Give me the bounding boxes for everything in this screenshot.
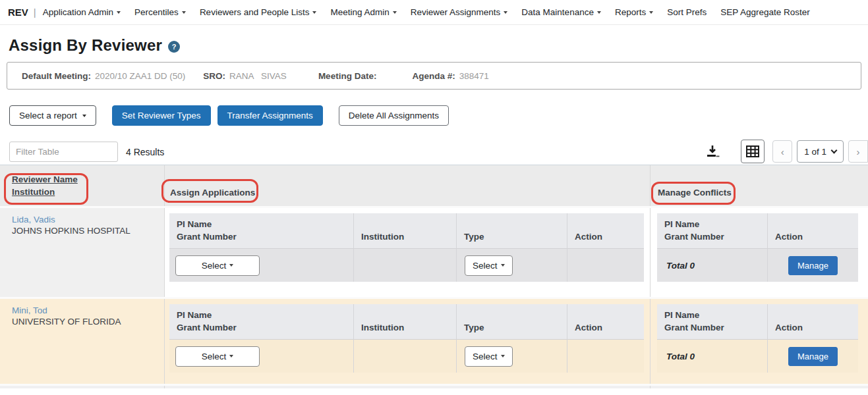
reviewer-name-link[interactable]: Lida, Vadis [12, 215, 55, 224]
chevron-down-icon [182, 11, 186, 14]
nav-divider: | [34, 7, 36, 18]
chevron-down-icon [501, 264, 505, 267]
subtable-body-row: Select Select [169, 249, 644, 282]
conflicts-total-cell: Total 0 [657, 340, 768, 373]
action-column-header: Action [768, 213, 858, 249]
reviewer-cell: Lida, Vadis JOHNS HOPKINS HOSPITAL [0, 208, 165, 297]
filter-table-input[interactable] [9, 142, 118, 162]
manage-conflicts-button[interactable]: Manage [788, 256, 838, 275]
manage-conflicts-cell: PI Name Grant Number Action Total 0 Mana… [651, 208, 868, 297]
manage-conflicts-header-cell: Manage Conflicts [651, 165, 868, 206]
meeting-date-field: Meeting Date: [318, 71, 381, 81]
transfer-assignments-button[interactable]: Transfer Assignments [217, 105, 323, 126]
chevron-down-icon [649, 11, 653, 14]
next-page-button[interactable]: › [848, 140, 868, 163]
conflicts-action-cell: Manage [768, 340, 858, 373]
action-cell [567, 340, 644, 373]
nav-item-reports[interactable]: Reports [615, 7, 653, 17]
action-column-header: Action [567, 213, 644, 249]
conflicts-action-cell: Manage [768, 249, 858, 282]
manage-conflicts-header: Manage Conflicts [658, 188, 732, 198]
assign-applications-header: Assign Applications [170, 188, 255, 198]
institution-column-header: Institution [354, 304, 457, 340]
application-select-dropdown[interactable]: Select [175, 255, 260, 276]
nav-item-reviewer-assignments[interactable]: Reviewer Assignments [411, 7, 508, 17]
manage-conflicts-button[interactable]: Manage [788, 347, 838, 366]
type-select-dropdown[interactable]: Select [465, 346, 513, 367]
table-row: Mini, Tod UNIVERSITY OF FLORIDA PI Name … [0, 297, 868, 384]
results-count: 4 Results [126, 147, 164, 157]
assign-by-reviewer-page: REV | Application Admin Percentiles Revi… [0, 0, 868, 395]
nav-item-application-admin[interactable]: Application Admin [43, 7, 121, 17]
conflicts-total: Total 0 [657, 352, 695, 361]
nav-item-percentiles[interactable]: Percentiles [134, 7, 186, 17]
nav-item-meeting-admin[interactable]: Meeting Admin [330, 7, 396, 17]
reviewer-institution: JOHNS HOPKINS HOSPITAL [12, 226, 164, 236]
title-row: Assign By Reviewer ? [9, 36, 868, 55]
sro-label: SRO: [203, 71, 225, 81]
conflicts-total: Total 0 [657, 261, 695, 271]
conflicts-body-row: Total 0 Manage [657, 249, 858, 282]
assign-applications-cell: PI Name Grant Number Institution Type Ac… [165, 299, 651, 384]
chevron-down-icon [229, 264, 233, 267]
table-grid-icon[interactable] [741, 140, 765, 163]
agenda-field: Agenda #: 388471 [412, 71, 488, 81]
nav-item-sort-prefs[interactable]: Sort Prefs [667, 7, 707, 17]
type-column-header: Type [457, 304, 567, 340]
institution-cell [354, 249, 457, 282]
agenda-label: Agenda #: [412, 71, 455, 81]
meeting-info-bar: Default Meeting: 2020/10 ZAA1 DD (50) SR… [7, 62, 861, 90]
chevron-down-icon [831, 147, 838, 153]
download-icon[interactable] [704, 143, 721, 160]
conflicts-total-cell: Total 0 [657, 249, 768, 282]
sort-institution-link[interactable]: Institution [12, 186, 55, 198]
top-nav: REV | Application Admin Percentiles Revi… [0, 0, 868, 25]
reviewer-name-link[interactable]: Mini, Tod [12, 305, 47, 315]
assign-applications-cell: PI Name Grant Number Institution Type Ac… [165, 208, 651, 297]
default-meeting-field: Default Meeting: 2020/10 ZAA1 DD (50) [22, 71, 185, 81]
default-meeting-label: Default Meeting: [22, 71, 91, 81]
filter-row: 4 Results ‹ 1 of 1 › [9, 142, 868, 162]
reviewer-cell: Mini, Tod UNIVERSITY OF FLORIDA [0, 299, 165, 384]
conflicts-header-row: PI Name Grant Number Action [657, 213, 858, 249]
chevron-down-icon [229, 355, 233, 357]
action-column-header: Action [768, 304, 858, 340]
sro-value: RANA SIVAS [229, 71, 287, 81]
assignments-table: Reviewer Name Institution Assign Applica… [0, 165, 868, 388]
institution-column-header: Institution [354, 213, 457, 249]
pi-grant-cell: Select [169, 249, 354, 282]
nav-item-sep-aggregate-roster[interactable]: SEP Aggregate Roster [720, 7, 810, 17]
chevron-down-icon [597, 11, 601, 14]
subtable-body-row: Select Select [169, 340, 644, 373]
conflicts-subtable: PI Name Grant Number Action Total 0 Mana… [657, 304, 858, 373]
sro-field: SRO: RANA SIVAS [203, 71, 287, 81]
nav-item-data-maintenance[interactable]: Data Maintenance [521, 7, 601, 17]
chevron-down-icon [501, 355, 505, 357]
pi-grant-cell: Select [169, 340, 354, 373]
toolbar: Select a report Set Reviewer Types Trans… [9, 105, 868, 126]
chevron-down-icon [393, 11, 397, 14]
pi-grant-column-header: PI Name Grant Number [657, 304, 768, 340]
application-select-dropdown[interactable]: Select [175, 346, 260, 367]
type-column-header: Type [457, 213, 567, 249]
help-icon[interactable]: ? [168, 41, 180, 53]
table-controls: ‹ 1 of 1 › [704, 140, 868, 163]
pi-grant-column-header: PI Name Grant Number [169, 304, 354, 340]
delete-all-assignments-button[interactable]: Delete All Assignments [339, 105, 449, 126]
sort-reviewer-name-link[interactable]: Reviewer Name [12, 173, 78, 186]
page-select[interactable]: 1 of 1 [797, 140, 844, 163]
subtable-header-row: PI Name Grant Number Institution Type Ac… [169, 304, 644, 340]
nav-item-reviewers-people-lists[interactable]: Reviewers and People Lists [200, 7, 317, 17]
select-report-dropdown[interactable]: Select a report [9, 105, 96, 126]
app-brand: REV [8, 7, 28, 18]
reviewer-header-cell: Reviewer Name Institution [0, 165, 165, 206]
reviewer-institution: UNIVERSITY OF FLORIDA [12, 317, 164, 327]
chevron-down-icon [82, 115, 86, 117]
set-reviewer-types-button[interactable]: Set Reviewer Types [112, 105, 211, 126]
chevron-down-icon [504, 11, 507, 14]
action-column-header: Action [567, 304, 644, 340]
conflicts-subtable: PI Name Grant Number Action Total 0 Mana… [657, 213, 858, 282]
applications-subtable: PI Name Grant Number Institution Type Ac… [169, 304, 644, 373]
type-select-dropdown[interactable]: Select [465, 255, 513, 276]
previous-page-button[interactable]: ‹ [772, 140, 792, 163]
